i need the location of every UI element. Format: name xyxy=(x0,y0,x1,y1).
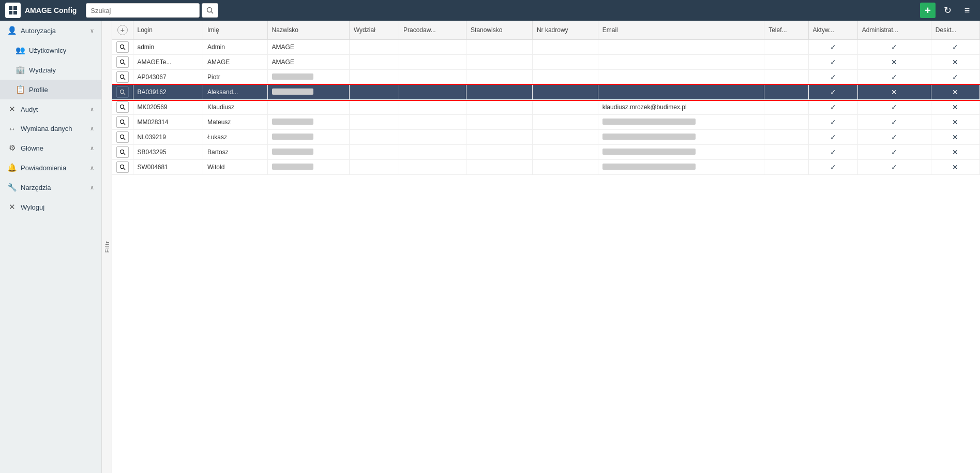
row-search-button[interactable] xyxy=(116,71,129,83)
table-row[interactable]: SW004681Witold██████████████████████████… xyxy=(112,160,980,175)
col-stanowisko[interactable]: Stanowisko xyxy=(466,21,533,40)
sidebar-item-autoryzacja[interactable]: 👤 Autoryzacja ∨ xyxy=(0,21,101,40)
sidebar-item-powiadomienia[interactable]: 🔔 Powiadomienia ∧ xyxy=(0,158,101,178)
row-stanowisko xyxy=(466,115,533,130)
row-desktop: ✓ xyxy=(931,70,979,85)
row-administrator: ✕ xyxy=(857,55,931,70)
sidebar-item-wymiana-danych[interactable]: ↔ Wymiana danych ∧ xyxy=(0,119,101,138)
table-row[interactable]: AP043067Piotr████████✓✓✓ xyxy=(112,70,980,85)
row-desktop: ✓ xyxy=(931,40,979,55)
row-search-button[interactable] xyxy=(116,56,129,68)
chevron-icon-narzedzia: ∧ xyxy=(90,184,94,191)
row-aktywny: ✓ xyxy=(808,70,857,85)
search-button[interactable] xyxy=(202,3,218,18)
row-search-button[interactable] xyxy=(116,116,129,128)
row-search-button[interactable] xyxy=(116,131,129,143)
sidebar-item-wydzialy[interactable]: 🏢 Wydziały xyxy=(0,60,101,80)
row-nr-kadrowy xyxy=(532,55,598,70)
col-nazwisko[interactable]: Nazwisko xyxy=(267,21,349,40)
table-row[interactable]: adminAdminAMAGE✓✓✓ xyxy=(112,40,980,55)
chevron-icon-powiadomienia: ∧ xyxy=(90,165,94,171)
table-row[interactable]: MK020569Klaudiuszklaudiusz.mrozek@budime… xyxy=(112,100,980,115)
col-imie[interactable]: Imię xyxy=(203,21,267,40)
row-stanowisko xyxy=(466,160,533,175)
row-nazwisko: ████████ xyxy=(267,160,349,175)
col-nr-kadrowy[interactable]: Nr kadrowy xyxy=(532,21,598,40)
sidebar-item-glowne[interactable]: ⚙ Główne ∧ xyxy=(0,138,101,158)
row-search-button[interactable] xyxy=(116,101,129,113)
row-email xyxy=(598,55,764,70)
filter-label: Filtr xyxy=(104,241,110,253)
col-pracodawca[interactable]: Pracodaw... xyxy=(399,21,466,40)
svg-line-23 xyxy=(124,168,125,170)
svg-point-10 xyxy=(120,75,124,79)
sidebar-label-wymiana-danych: Wymiana danych xyxy=(21,125,86,132)
row-administrator: ✓ xyxy=(857,115,931,130)
row-stanowisko xyxy=(466,100,533,115)
row-search-button[interactable] xyxy=(116,86,129,98)
row-imie: Bartosz xyxy=(203,145,267,160)
sidebar-item-audyt[interactable]: ✕ Audyt ∧ xyxy=(0,99,101,119)
content-area: Filtr + Login Imię Nazwisko Wydział Prac… xyxy=(102,21,980,473)
row-desktop: ✕ xyxy=(931,115,979,130)
row-telefon xyxy=(764,145,808,160)
row-aktywny: ✓ xyxy=(808,115,857,130)
col-email[interactable]: Email xyxy=(598,21,764,40)
row-action-cell xyxy=(112,40,133,55)
exchange-icon: ↔ xyxy=(7,124,17,133)
menu-button[interactable]: ≡ xyxy=(959,3,975,18)
row-wydzial xyxy=(349,115,399,130)
table-row[interactable]: SB043295Bartosz█████████████████████████… xyxy=(112,145,980,160)
sidebar-label-uzytkownicy: Użytkownicy xyxy=(29,47,94,54)
row-nr-kadrowy xyxy=(532,70,598,85)
col-aktywny[interactable]: Aktyw... xyxy=(808,21,857,40)
refresh-button[interactable]: ↻ xyxy=(940,3,955,18)
table-row[interactable]: NL039219Łukasz██████████████████████████… xyxy=(112,130,980,145)
add-button[interactable]: + xyxy=(920,3,936,18)
add-row-button[interactable]: + xyxy=(117,25,128,35)
sidebar-label-profile: Profile xyxy=(29,86,94,94)
app-logo xyxy=(5,3,21,18)
row-action-cell xyxy=(112,115,133,130)
table-area: + Login Imię Nazwisko Wydział Pracodaw..… xyxy=(112,21,980,473)
main-layout: 👤 Autoryzacja ∨ 👥 Użytkownicy 🏢 Wydziały… xyxy=(0,21,980,473)
col-desktop[interactable]: Deskt... xyxy=(931,21,979,40)
svg-rect-1 xyxy=(13,6,17,10)
row-pracodawca xyxy=(399,115,466,130)
row-telefon xyxy=(764,55,808,70)
row-telefon xyxy=(764,115,808,130)
svg-line-17 xyxy=(124,123,125,125)
row-desktop: ✕ xyxy=(931,85,979,100)
chevron-icon-wymiana: ∧ xyxy=(90,125,94,132)
table-row[interactable]: BA039162Aleksand...████████✓✕✕ xyxy=(112,85,980,100)
row-search-button[interactable] xyxy=(116,146,129,158)
sidebar-item-wyloguj[interactable]: ✕ Wyloguj xyxy=(0,197,101,217)
row-pracodawca xyxy=(399,145,466,160)
row-desktop: ✕ xyxy=(931,160,979,175)
sidebar-item-uzytkownicy[interactable]: 👥 Użytkownicy xyxy=(0,40,101,60)
row-search-button[interactable] xyxy=(116,41,129,53)
table-row[interactable]: AMAGETe...AMAGEAMAGE✓✕✕ xyxy=(112,55,980,70)
sidebar-item-profile[interactable]: 📋 Profile xyxy=(0,80,101,99)
sidebar-label-narzedzia: Narzędzia xyxy=(21,184,86,191)
sidebar-item-narzedzia[interactable]: 🔧 Narzędzia ∧ xyxy=(0,178,101,197)
row-nr-kadrowy xyxy=(532,85,598,100)
search-input[interactable] xyxy=(86,3,200,18)
col-telefon[interactable]: Telef... xyxy=(764,21,808,40)
row-action-cell xyxy=(112,130,133,145)
row-wydzial xyxy=(349,85,399,100)
svg-point-22 xyxy=(120,165,124,169)
row-imie: AMAGE xyxy=(203,55,267,70)
row-search-button[interactable] xyxy=(116,161,129,173)
svg-line-11 xyxy=(124,78,125,80)
row-nazwisko: AMAGE xyxy=(267,40,349,55)
col-wydzial[interactable]: Wydział xyxy=(349,21,399,40)
col-administrator[interactable]: Administrat... xyxy=(857,21,931,40)
table-row[interactable]: MM028314Mateusz█████████████████████████… xyxy=(112,115,980,130)
svg-point-4 xyxy=(207,8,212,12)
svg-point-20 xyxy=(120,150,124,154)
row-action-cell xyxy=(112,85,133,100)
col-login[interactable]: Login xyxy=(133,21,203,40)
filter-bar[interactable]: Filtr xyxy=(102,21,112,473)
row-aktywny: ✓ xyxy=(808,85,857,100)
